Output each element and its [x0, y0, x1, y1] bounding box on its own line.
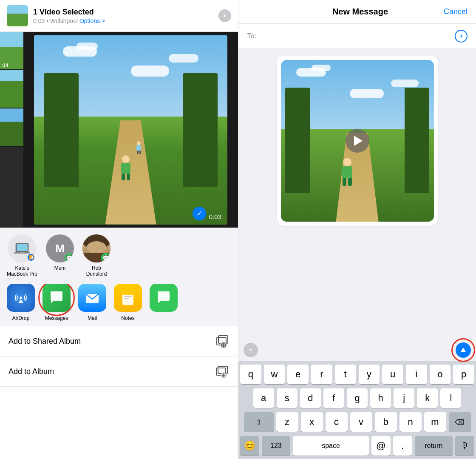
action-add-album[interactable]: Add to Album [0, 356, 238, 387]
share-apps-section: AirDrop Messages [0, 280, 238, 326]
space-key[interactable]: space [293, 436, 369, 456]
compose-area[interactable] [238, 49, 476, 339]
contact-rob[interactable]: 💬 RobDunsford [82, 234, 110, 277]
messages-badge-rob: 💬 [101, 253, 110, 262]
keyboard: q w e r t y u i o p a s d f g h j k l ⇧ [238, 361, 476, 459]
options-link[interactable]: Options > [79, 17, 105, 24]
key-n[interactable]: n [400, 412, 422, 432]
video-thumbnail [7, 5, 28, 26]
messages-title: New Message [332, 7, 388, 17]
share-header: 1 Video Selected 0:03 • Welshpool Option… [0, 0, 238, 32]
svg-point-4 [20, 296, 22, 299]
key-w[interactable]: w [264, 365, 285, 384]
key-y[interactable]: y [359, 365, 380, 384]
action-shared-album[interactable]: Add to Shared Album + [0, 326, 238, 356]
hedge-right [183, 73, 218, 187]
notes-icon [114, 284, 142, 312]
app-airdrop[interactable]: AirDrop [7, 284, 35, 321]
add-recipient-button[interactable]: + [455, 30, 468, 43]
dot-key[interactable]: . [393, 436, 412, 456]
messages-header: New Message Cancel [238, 0, 476, 24]
return-key[interactable]: return [415, 436, 453, 456]
shift-key[interactable]: ⇧ [244, 412, 274, 432]
key-u[interactable]: u [382, 365, 403, 384]
child-figure [117, 155, 134, 183]
strip-thumb-3 [0, 108, 23, 147]
svg-rect-10 [122, 291, 133, 295]
key-e[interactable]: e [287, 365, 309, 384]
key-f[interactable]: f [323, 388, 344, 408]
key-o[interactable]: o [430, 365, 451, 384]
expand-toolbar-button[interactable] [244, 343, 258, 357]
video-selected-check: ✓ [193, 207, 206, 220]
key-r[interactable]: r [311, 365, 332, 384]
contact-mum[interactable]: M 💬 Mum [46, 234, 74, 277]
send-button-area [456, 342, 471, 358]
send-button[interactable] [456, 342, 471, 358]
macbook-avatar: 📶 [8, 234, 36, 262]
contact-rob-label: RobDunsford [86, 265, 107, 277]
key-j[interactable]: j [394, 388, 414, 408]
airdrop-label: AirDrop [12, 315, 30, 321]
contacts-row: 📶 Kate'sMacBook Pro M 💬 Mum [7, 234, 231, 277]
mail-label: Mail [88, 315, 97, 321]
key-p[interactable]: p [453, 365, 474, 384]
video-preview-area: :14 [0, 32, 238, 228]
emoji-key[interactable]: 😊 [240, 436, 259, 456]
key-i[interactable]: i [406, 365, 427, 384]
messages-badge-mum: 💬 [65, 253, 74, 262]
key-l[interactable]: l [440, 388, 461, 408]
key-t[interactable]: t [335, 365, 356, 384]
mum-avatar: M 💬 [46, 234, 74, 262]
bubble-hedge-left [285, 88, 310, 193]
contact-kates-label: Kate'sMacBook Pro [7, 265, 37, 277]
keyboard-row-3: ⇧ z x c v b n m ⌫ [240, 412, 474, 432]
garden-scene [34, 35, 227, 225]
keyboard-row-2: a s d f g h j k l [240, 388, 474, 408]
video-selected-title: 1 Video Selected [33, 8, 213, 17]
bubble-hedge-right [405, 88, 429, 193]
key-z[interactable]: z [276, 412, 298, 432]
key-x[interactable]: x [301, 412, 323, 432]
key-a[interactable]: a [253, 388, 274, 408]
new-message-panel: New Message Cancel To: + [238, 0, 476, 459]
messages-label: Messages [45, 315, 68, 321]
key-q[interactable]: q [240, 365, 261, 384]
key-k[interactable]: k [417, 388, 438, 408]
more-app-icon [150, 284, 178, 312]
contact-kates-macbook[interactable]: 📶 Kate'sMacBook Pro [7, 234, 37, 277]
video-info: 1 Video Selected 0:03 • Welshpool Option… [33, 8, 213, 24]
numbers-key[interactable]: 123 [262, 436, 290, 456]
main-video-preview[interactable]: 0:03 ✓ [34, 35, 227, 225]
svg-rect-1 [17, 244, 28, 251]
app-mail[interactable]: Mail [78, 284, 106, 321]
rob-avatar: 💬 [82, 234, 110, 262]
key-c[interactable]: c [326, 412, 348, 432]
to-input[interactable] [260, 32, 455, 40]
video-strip: :14 [0, 32, 23, 228]
at-key[interactable]: @ [371, 436, 391, 456]
svg-rect-3 [20, 252, 25, 253]
keyboard-row-1: q w e r t y u i o p [240, 365, 474, 384]
delete-key[interactable]: ⌫ [449, 412, 471, 432]
bubble-child [342, 158, 352, 186]
mic-key[interactable]: 🎙 [455, 436, 474, 456]
mail-icon [78, 284, 106, 312]
key-g[interactable]: g [347, 388, 368, 408]
key-h[interactable]: h [370, 388, 391, 408]
key-v[interactable]: v [350, 412, 372, 432]
app-messages[interactable]: Messages [42, 284, 71, 321]
messages-icon [42, 284, 71, 312]
shared-album-icon: + [215, 334, 230, 348]
key-d[interactable]: d [300, 388, 321, 408]
play-button-overlay[interactable] [346, 129, 369, 153]
close-button[interactable]: × [218, 9, 231, 22]
share-sheet-panel: 1 Video Selected 0:03 • Welshpool Option… [0, 0, 238, 459]
key-s[interactable]: s [277, 388, 298, 408]
app-notes[interactable]: Notes [114, 284, 142, 321]
message-toolbar [238, 339, 476, 361]
cancel-button[interactable]: Cancel [444, 7, 468, 16]
contact-mum-label: Mum [54, 265, 66, 271]
key-b[interactable]: b [375, 412, 397, 432]
key-m[interactable]: m [424, 412, 446, 432]
